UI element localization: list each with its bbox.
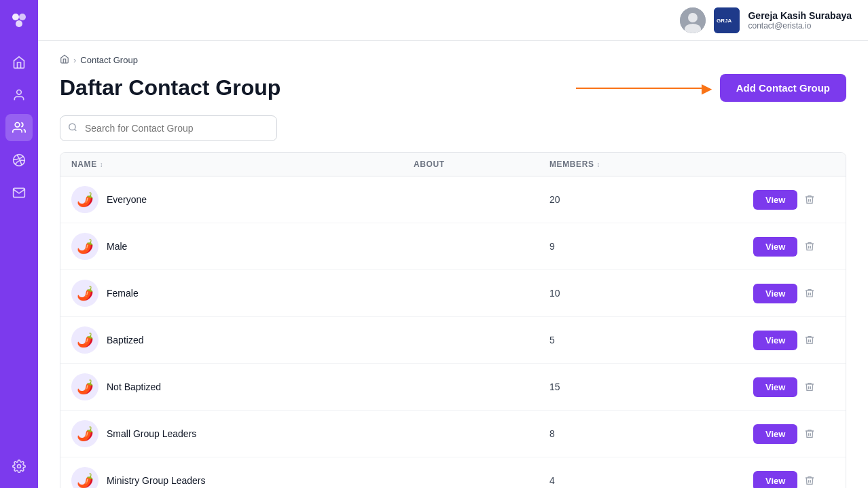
table-row: 🌶️ Baptized 5 View bbox=[60, 317, 846, 364]
row-members-cell: 5 bbox=[549, 335, 753, 345]
group-avatar: 🌶️ bbox=[71, 420, 98, 447]
row-name-cell: 🌶️ Baptized bbox=[71, 326, 414, 354]
group-avatar: 🌶️ bbox=[71, 186, 98, 213]
view-button[interactable]: View bbox=[753, 331, 797, 350]
breadcrumb-separator: › bbox=[73, 55, 76, 65]
breadcrumb-current: Contact Group bbox=[80, 55, 138, 65]
svg-point-1 bbox=[19, 14, 26, 20]
arrow-line bbox=[576, 88, 703, 89]
row-actions-cell: View bbox=[753, 284, 835, 303]
group-avatar: 🌶️ bbox=[71, 280, 98, 307]
org-name: Gereja Kasih Surabaya bbox=[748, 10, 852, 21]
main-content: GRJA Gereja Kasih Surabaya contact@erist… bbox=[38, 0, 868, 488]
table-header: NAME ↕ ABOUT MEMBERS ↕ bbox=[60, 153, 846, 176]
col-header-members: MEMBERS ↕ bbox=[549, 159, 753, 169]
row-actions-cell: View bbox=[753, 424, 835, 444]
row-members-cell: 15 bbox=[549, 381, 753, 392]
content-area: › Contact Group Daftar Contact Group ▶ A… bbox=[38, 41, 868, 488]
row-name-cell: 🌶️ Female bbox=[71, 280, 414, 307]
group-avatar: 🌶️ bbox=[71, 233, 98, 260]
search-input[interactable] bbox=[60, 115, 277, 141]
sidebar bbox=[0, 0, 38, 488]
breadcrumb-home-icon[interactable] bbox=[60, 54, 69, 66]
view-button[interactable]: View bbox=[753, 424, 797, 444]
view-button[interactable]: View bbox=[753, 237, 797, 257]
row-name-text: Male bbox=[107, 241, 127, 252]
col-header-about: ABOUT bbox=[414, 159, 549, 169]
svg-point-0 bbox=[12, 14, 19, 20]
svg-point-8 bbox=[688, 13, 698, 22]
sidebar-item-messages[interactable] bbox=[5, 179, 33, 206]
members-sort-icon[interactable]: ↕ bbox=[597, 161, 601, 168]
svg-point-2 bbox=[16, 20, 22, 27]
sidebar-item-groups[interactable] bbox=[5, 114, 33, 141]
col-header-name: NAME ↕ bbox=[71, 159, 414, 169]
row-name-cell: 🌶️ Ministry Group Leaders bbox=[71, 467, 414, 488]
group-avatar: 🌶️ bbox=[71, 373, 98, 400]
group-avatar: 🌶️ bbox=[71, 467, 98, 488]
row-actions-cell: View bbox=[753, 190, 835, 210]
sidebar-item-community[interactable] bbox=[5, 147, 33, 174]
search-icon bbox=[68, 123, 77, 134]
arrow-annotation: ▶ bbox=[576, 81, 712, 95]
sidebar-item-contacts[interactable] bbox=[5, 81, 33, 109]
delete-button[interactable] bbox=[804, 288, 815, 299]
row-members-cell: 8 bbox=[549, 428, 753, 439]
topnav-right: GRJA Gereja Kasih Surabaya contact@erist… bbox=[680, 7, 852, 33]
row-actions-cell: View bbox=[753, 237, 835, 257]
delete-button[interactable] bbox=[804, 381, 815, 392]
avatar[interactable] bbox=[680, 7, 706, 33]
org-email: contact@erista.io bbox=[748, 21, 852, 31]
delete-button[interactable] bbox=[804, 475, 815, 486]
row-members-cell: 9 bbox=[549, 241, 753, 252]
svg-point-6 bbox=[18, 465, 21, 468]
row-members-cell: 4 bbox=[549, 475, 753, 486]
row-actions-cell: View bbox=[753, 471, 835, 489]
view-button[interactable]: View bbox=[753, 190, 797, 210]
row-actions-cell: View bbox=[753, 377, 835, 397]
delete-button[interactable] bbox=[804, 194, 815, 205]
table-row: 🌶️ Small Group Leaders 8 View bbox=[60, 411, 846, 457]
row-name-cell: 🌶️ Male bbox=[71, 233, 414, 260]
view-button[interactable]: View bbox=[753, 284, 797, 303]
topnav: GRJA Gereja Kasih Surabaya contact@erist… bbox=[38, 0, 868, 41]
row-name-text: Everyone bbox=[107, 194, 147, 205]
col-header-actions bbox=[753, 159, 835, 169]
table-row: 🌶️ Everyone 20 View bbox=[60, 176, 846, 223]
header-actions: ▶ Add Contact Group bbox=[576, 74, 846, 102]
breadcrumb: › Contact Group bbox=[60, 54, 846, 66]
sidebar-item-settings[interactable] bbox=[5, 453, 33, 480]
delete-button[interactable] bbox=[804, 428, 815, 439]
add-contact-group-button[interactable]: Add Contact Group bbox=[720, 74, 846, 102]
svg-text:GRJA: GRJA bbox=[717, 18, 731, 24]
row-members-cell: 20 bbox=[549, 194, 753, 205]
svg-point-3 bbox=[17, 90, 22, 95]
delete-button[interactable] bbox=[804, 335, 815, 345]
group-avatar: 🌶️ bbox=[71, 326, 98, 354]
row-name-cell: 🌶️ Everyone bbox=[71, 186, 414, 213]
org-logo[interactable]: GRJA bbox=[714, 7, 740, 33]
arrow-head-icon: ▶ bbox=[702, 81, 712, 95]
row-name-text: Small Group Leaders bbox=[107, 428, 196, 439]
app-logo[interactable] bbox=[7, 8, 31, 33]
table-row: 🌶️ Not Baptized 15 View bbox=[60, 364, 846, 411]
table-row: 🌶️ Male 9 View bbox=[60, 223, 846, 270]
view-button[interactable]: View bbox=[753, 377, 797, 397]
row-name-text: Not Baptized bbox=[107, 381, 161, 392]
svg-line-13 bbox=[75, 129, 77, 131]
contact-groups-table: NAME ↕ ABOUT MEMBERS ↕ 🌶️ Everyone 20 Vi… bbox=[60, 152, 846, 488]
delete-button[interactable] bbox=[804, 241, 815, 252]
svg-point-12 bbox=[69, 124, 75, 130]
row-name-cell: 🌶️ Small Group Leaders bbox=[71, 420, 414, 447]
page-title: Daftar Contact Group bbox=[60, 75, 281, 100]
view-button[interactable]: View bbox=[753, 471, 797, 489]
row-name-cell: 🌶️ Not Baptized bbox=[71, 373, 414, 400]
row-name-text: Baptized bbox=[107, 335, 143, 345]
name-sort-icon[interactable]: ↕ bbox=[100, 161, 104, 168]
svg-point-4 bbox=[15, 123, 20, 128]
row-name-text: Ministry Group Leaders bbox=[107, 475, 206, 486]
row-actions-cell: View bbox=[753, 331, 835, 350]
sidebar-item-home[interactable] bbox=[5, 49, 33, 76]
table-row: 🌶️ Female 10 View bbox=[60, 270, 846, 317]
row-members-cell: 10 bbox=[549, 288, 753, 299]
